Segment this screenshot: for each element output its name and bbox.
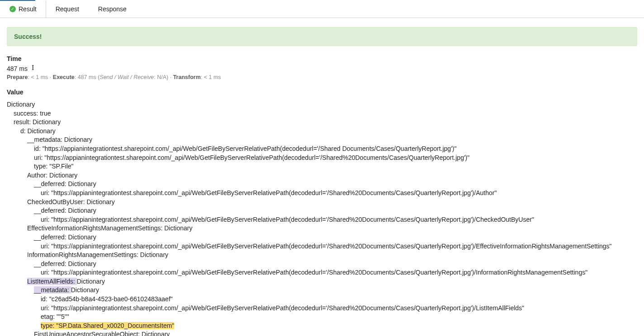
tree-line: __deferred: Dictionary bbox=[7, 206, 637, 215]
tabs-bar: ✓ Result Request Response bbox=[0, 1, 644, 18]
success-banner: Success! bbox=[7, 27, 637, 46]
tree-line: uri: "https://appianintegrationtest.shar… bbox=[7, 154, 637, 163]
tree-line: id: "c26ad54b-b8a4-4523-bae0-66102483aae… bbox=[7, 295, 637, 304]
tree-line: type: "SP.Data.Shared_x0020_DocumentsIte… bbox=[7, 322, 637, 331]
tree-line: etag: ""5"" bbox=[7, 313, 637, 322]
execute-label: Execute bbox=[53, 74, 75, 80]
time-detail: Prepare: < 1 ms · Execute: 487 ms (Send … bbox=[7, 74, 637, 80]
tab-label: Request bbox=[56, 5, 79, 13]
tree-line: d: Dictionary bbox=[7, 127, 637, 136]
tree-line: __metadata: Dictionary bbox=[7, 286, 637, 295]
swr-label: Send / Wait / Receive bbox=[99, 74, 154, 80]
tree-line: uri: "https://appianintegrationtest.shar… bbox=[7, 215, 637, 224]
value-header: Value bbox=[7, 89, 637, 96]
time-header: Time bbox=[7, 55, 637, 62]
tab-label: Response bbox=[98, 5, 127, 13]
prepare-val: : < 1 ms · bbox=[28, 74, 53, 80]
tree-line: uri: "https://appianintegrationtest.shar… bbox=[7, 189, 637, 198]
tree-line: CheckedOutByUser: Dictionary bbox=[7, 198, 637, 207]
tree-line: success: true bbox=[7, 109, 637, 118]
result-tree: Dictionarysuccess: trueresult: Dictionar… bbox=[7, 98, 637, 336]
execute-val: : 487 ms ( bbox=[75, 74, 100, 80]
tree-line: FirstUniqueAncestorSecurableObject: Dict… bbox=[7, 330, 637, 336]
tree-line: uri: "https://appianintegrationtest.shar… bbox=[7, 304, 637, 313]
tree-line: ListItemAllFields: Dictionary bbox=[7, 277, 637, 286]
prepare-label: Prepare bbox=[7, 74, 28, 80]
transform-label: Transform bbox=[173, 74, 201, 80]
time-value: 487 ms bbox=[7, 65, 637, 72]
check-circle-icon: ✓ bbox=[9, 6, 16, 12]
tab-label: Result bbox=[19, 5, 37, 13]
tab-response[interactable]: Response bbox=[89, 1, 136, 18]
content-area: Success! Time 487 ms I Prepare: < 1 ms ·… bbox=[0, 18, 644, 336]
highlighted-text: type: "SP.Data.Shared_x0020_DocumentsIte… bbox=[41, 322, 174, 329]
tab-result[interactable]: ✓ Result bbox=[0, 1, 46, 18]
tree-line: Dictionary bbox=[7, 100, 637, 109]
tree-line: id: "https://appianintegrationtest.share… bbox=[7, 145, 637, 154]
tree-line: EffectiveInformationRightsManagementSett… bbox=[7, 224, 637, 233]
transform-val: : < 1 ms bbox=[201, 74, 221, 80]
highlighted-text: __metadata: bbox=[34, 286, 71, 294]
tree-line: type: "SP.File" bbox=[7, 162, 637, 171]
tree-line: result: Dictionary bbox=[7, 118, 637, 127]
highlighted-text: ListItemAllFields: bbox=[27, 278, 77, 285]
tree-line: __deferred: Dictionary bbox=[7, 180, 637, 189]
tree-line: InformationRightsManagementSettings: Dic… bbox=[7, 251, 637, 260]
tree-line: uri: "https://appianintegrationtest.shar… bbox=[7, 242, 637, 251]
tree-line: __deferred: Dictionary bbox=[7, 233, 637, 242]
tree-line: Author: Dictionary bbox=[7, 171, 637, 180]
tree-line: __metadata: Dictionary bbox=[7, 135, 637, 145]
swr-val: : N/A) · bbox=[154, 74, 173, 80]
tab-request[interactable]: Request bbox=[46, 1, 89, 18]
tree-line: uri: "https://appianintegrationtest.shar… bbox=[7, 268, 637, 277]
tree-line: __deferred: Dictionary bbox=[7, 260, 637, 269]
